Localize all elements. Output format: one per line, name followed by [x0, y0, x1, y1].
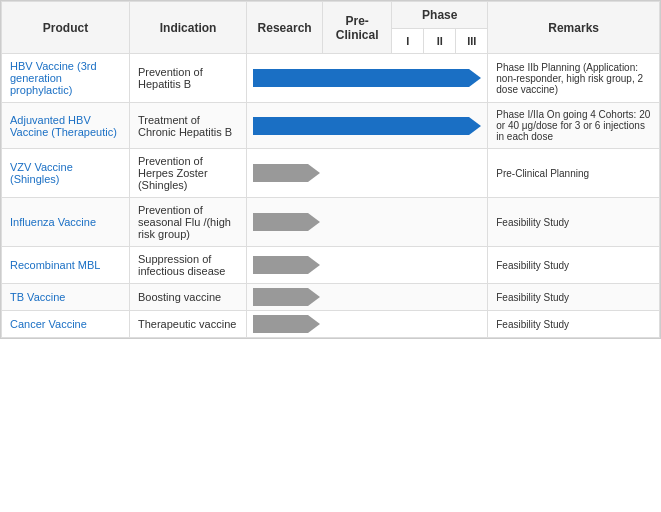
arrow-cell — [247, 149, 488, 198]
table-row: HBV Vaccine (3rd generation prophylactic… — [2, 54, 660, 103]
header-indication: Indication — [129, 2, 246, 54]
product-cell: TB Vaccine — [2, 284, 130, 311]
product-link[interactable]: VZV Vaccine (Shingles) — [10, 161, 73, 185]
header-phase-ii: II — [424, 29, 456, 54]
product-cell: Influenza Vaccine — [2, 198, 130, 247]
remarks-cell: Phase IIb Planning (Application: non-res… — [488, 54, 660, 103]
header-remarks: Remarks — [488, 2, 660, 54]
arrow-cell — [247, 247, 488, 284]
indication-cell: Therapeutic vaccine — [129, 311, 246, 338]
product-link[interactable]: HBV Vaccine (3rd generation prophylactic… — [10, 60, 97, 96]
remarks-cell: Feasibility Study — [488, 311, 660, 338]
indication-cell: Prevention of Herpes Zoster (Shingles) — [129, 149, 246, 198]
remarks-cell: Feasibility Study — [488, 247, 660, 284]
arrow-cell — [247, 284, 488, 311]
table-row: Cancer VaccineTherapeutic vaccineFeasibi… — [2, 311, 660, 338]
table-row: TB VaccineBoosting vaccineFeasibility St… — [2, 284, 660, 311]
indication-cell: Treatment of Chronic Hepatitis B — [129, 103, 246, 149]
product-link[interactable]: Cancer Vaccine — [10, 318, 87, 330]
product-link[interactable]: Recombinant MBL — [10, 259, 101, 271]
table-row: Influenza VaccinePrevention of seasonal … — [2, 198, 660, 247]
product-cell: Recombinant MBL — [2, 247, 130, 284]
product-link[interactable]: TB Vaccine — [10, 291, 65, 303]
arrow-cell — [247, 54, 488, 103]
remarks-cell: Pre-Clinical Planning — [488, 149, 660, 198]
header-research: Research — [247, 2, 323, 54]
product-link[interactable]: Influenza Vaccine — [10, 216, 96, 228]
remarks-cell: Feasibility Study — [488, 198, 660, 247]
product-cell: HBV Vaccine (3rd generation prophylactic… — [2, 54, 130, 103]
header-phase-i: I — [392, 29, 424, 54]
pipeline-table: Product Indication Research Pre-Clinical… — [0, 0, 661, 339]
table-row: Recombinant MBLSuppression of infectious… — [2, 247, 660, 284]
product-cell: Cancer Vaccine — [2, 311, 130, 338]
arrow-cell — [247, 198, 488, 247]
remarks-cell: Feasibility Study — [488, 284, 660, 311]
table-row: VZV Vaccine (Shingles)Prevention of Herp… — [2, 149, 660, 198]
header-product: Product — [2, 2, 130, 54]
header-phase: Phase — [392, 2, 488, 29]
product-cell: Adjuvanted HBV Vaccine (Therapeutic) — [2, 103, 130, 149]
indication-cell: Prevention of seasonal Flu /(high risk g… — [129, 198, 246, 247]
product-cell: VZV Vaccine (Shingles) — [2, 149, 130, 198]
indication-cell: Prevention of Hepatitis B — [129, 54, 246, 103]
header-phase-iii: III — [456, 29, 488, 54]
arrow-cell — [247, 103, 488, 149]
arrow-cell — [247, 311, 488, 338]
indication-cell: Boosting vaccine — [129, 284, 246, 311]
table-row: Adjuvanted HBV Vaccine (Therapeutic)Trea… — [2, 103, 660, 149]
indication-cell: Suppression of infectious disease — [129, 247, 246, 284]
remarks-cell: Phase I/IIa On going 4 Cohorts: 20 or 40… — [488, 103, 660, 149]
product-link[interactable]: Adjuvanted HBV Vaccine (Therapeutic) — [10, 114, 117, 138]
header-preclinical: Pre-Clinical — [323, 2, 392, 54]
